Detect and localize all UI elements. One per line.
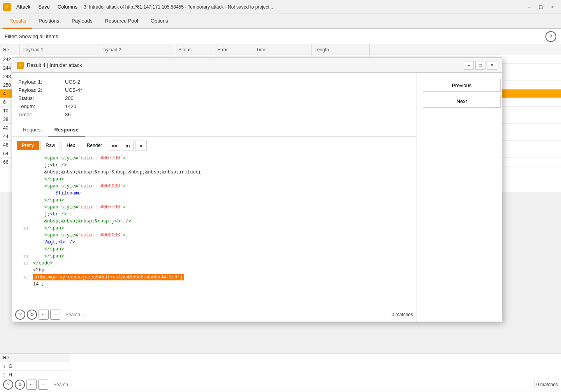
code-line: );<br /> xyxy=(12,212,416,219)
bottom-list-header: Re xyxy=(0,354,70,362)
payload2-value: UCS-4* xyxy=(65,87,410,93)
tab-payloads[interactable]: Payloads xyxy=(65,14,98,29)
main-search-settings-btn[interactable]: ⚙ xyxy=(15,380,25,390)
col-error: Error xyxy=(214,44,253,55)
info-grid: Payload 1: UCS-2 Payload 2: UCS-4* Statu… xyxy=(12,73,416,124)
format-bar: Pretty Raw Hex Render ≡≡ \n ≡ xyxy=(12,137,416,154)
payload2-label: Payload 2: xyxy=(18,87,65,93)
code-line: <span style="color: #0000BB"> xyxy=(12,233,416,240)
format-menu-btn[interactable]: ≡ xyxy=(135,140,147,151)
modal-matches-text: 0 matches xyxy=(392,312,413,317)
window-controls: − □ × xyxy=(524,2,558,12)
line-number xyxy=(17,219,28,219)
menu-columns[interactable]: Columns xyxy=(55,3,81,10)
modal-close-btn[interactable]: × xyxy=(487,61,497,70)
code-line: 13pf$al=gc'byreepca{ecea545df7da18e4859c… xyxy=(12,275,416,282)
menu-attack[interactable]: Attack xyxy=(13,3,33,10)
code-line: 11 </span> xyxy=(12,226,416,233)
modal-search-next-btn[interactable]: → xyxy=(50,310,60,320)
maximize-btn[interactable]: □ xyxy=(535,2,546,12)
main-window: ⚡ Attack Save Columns 3. Intruder attack… xyxy=(0,0,561,392)
tab-request[interactable]: Request xyxy=(17,124,48,136)
code-line: ];<br /> xyxy=(12,163,416,170)
main-search-next-btn[interactable]: → xyxy=(38,380,48,390)
tab-results[interactable]: Results xyxy=(3,14,32,29)
main-tab-bar: Results Positions Payloads Resource Pool… xyxy=(0,14,561,29)
code-line: </span> xyxy=(12,177,416,184)
line-number xyxy=(17,184,28,184)
tab-positions[interactable]: Positions xyxy=(32,14,65,29)
format-newline-btn[interactable]: \n xyxy=(122,140,134,151)
next-btn[interactable]: Next xyxy=(423,95,501,108)
code-line: 14 ; xyxy=(12,282,416,289)
tab-resource-pool[interactable]: Resource Pool xyxy=(99,14,144,29)
menu-save[interactable]: Save xyxy=(35,3,53,10)
code-line: 12</code> xyxy=(12,261,416,268)
modal-body: Payload 1: UCS-2 Payload 2: UCS-4* Statu… xyxy=(12,73,502,322)
modal-maximize-btn[interactable]: □ xyxy=(475,61,485,70)
line-number xyxy=(17,247,28,247)
code-line: $filename xyxy=(12,191,416,198)
main-search-prev-btn[interactable]: ← xyxy=(26,380,37,390)
tab-options[interactable]: Options xyxy=(144,14,174,29)
code-line: </span> xyxy=(12,198,416,205)
previous-btn[interactable]: Previous xyxy=(423,79,501,92)
bottom-list-area: Re 1G2H3A4A5A6C7U xyxy=(0,354,561,377)
tab-response[interactable]: Response xyxy=(48,124,84,136)
format-hex-btn[interactable]: Hex xyxy=(62,141,80,150)
line-number: 11 xyxy=(17,254,28,259)
bottom-panel: Re 1G2H3A4A5A6C7U ? ⚙ ← → 0 matches xyxy=(0,353,561,392)
close-btn[interactable]: × xyxy=(547,2,558,12)
status-value: 200 xyxy=(65,95,410,101)
line-number: 11 xyxy=(17,226,28,231)
col-payload1: Payload 1 xyxy=(19,44,97,55)
main-search-help-btn[interactable]: ? xyxy=(3,380,13,390)
bottom-list-item[interactable]: 2H xyxy=(0,371,70,377)
line-number xyxy=(17,156,28,156)
code-line: <span style="color: #007700"> xyxy=(12,205,416,212)
code-line: &nbsp;&nbsp;&nbsp;&nbsp;}<br /> xyxy=(12,219,416,226)
format-pretty-btn[interactable]: Pretty xyxy=(17,141,39,150)
code-text: </span> xyxy=(33,226,64,231)
modal-search-help-btn[interactable]: ? xyxy=(15,310,25,320)
col-re: Re xyxy=(0,44,19,55)
modal-app-icon: ⚡ xyxy=(17,62,24,69)
main-search-input[interactable] xyxy=(50,380,535,389)
format-raw-btn[interactable]: Raw xyxy=(40,141,60,150)
line-number xyxy=(17,233,28,233)
format-render-btn[interactable]: Render xyxy=(82,141,107,150)
line-number xyxy=(17,170,28,170)
code-text: <span style="color: #0000BB"> xyxy=(33,233,126,238)
code-text: pf$al=gc'byreepca{ecea545df7da18e4859c87… xyxy=(33,275,184,280)
bottom-results-list: Re 1G2H3A4A5A6C7U xyxy=(0,354,70,377)
modal-controls: − □ × xyxy=(464,61,497,70)
payload1-value: UCS-2 xyxy=(65,79,410,85)
code-area[interactable]: <span style="color: #007700"> ];<br /> &… xyxy=(12,154,416,307)
modal-minimize-btn[interactable]: − xyxy=(464,61,474,70)
code-line: <?hp xyxy=(12,268,416,275)
code-text: </span> xyxy=(33,177,64,182)
modal-search-settings-btn[interactable]: ⚙ xyxy=(27,310,37,320)
code-text: </span> xyxy=(33,198,64,203)
modal-sidebar: Previous Next xyxy=(416,73,502,322)
code-line: &nbsp;&nbsp;&nbsp;&nbsp;&nbsp;&nbsp;&nbs… xyxy=(12,170,416,177)
length-value: 1420 xyxy=(65,103,410,109)
modal-search-prev-btn[interactable]: ← xyxy=(39,310,49,320)
bottom-list-item[interactable]: 1G xyxy=(0,362,70,371)
code-text: $filename xyxy=(33,191,81,196)
title-bar-menu: Attack Save Columns xyxy=(13,3,81,10)
timer-value: 36 xyxy=(65,112,410,117)
modal-search-input[interactable] xyxy=(62,310,390,319)
format-wrap-btn[interactable]: ≡≡ xyxy=(109,140,120,151)
result-modal: ⚡ Result 4 | Intruder attack − □ × Paylo… xyxy=(12,58,502,322)
code-text: </code> xyxy=(33,261,53,266)
code-text: ];<br /> xyxy=(33,163,67,168)
code-text: <?hp xyxy=(33,268,44,273)
line-number xyxy=(17,240,28,240)
code-text: &nbsp;&nbsp;&nbsp;&nbsp;&nbsp;&nbsp;&nbs… xyxy=(33,170,201,175)
status-label: Status: xyxy=(18,95,65,101)
line-number: 13 xyxy=(17,275,28,280)
help-btn[interactable]: ? xyxy=(545,31,556,42)
code-text: );<br /> xyxy=(33,212,67,217)
minimize-btn[interactable]: − xyxy=(524,2,535,12)
